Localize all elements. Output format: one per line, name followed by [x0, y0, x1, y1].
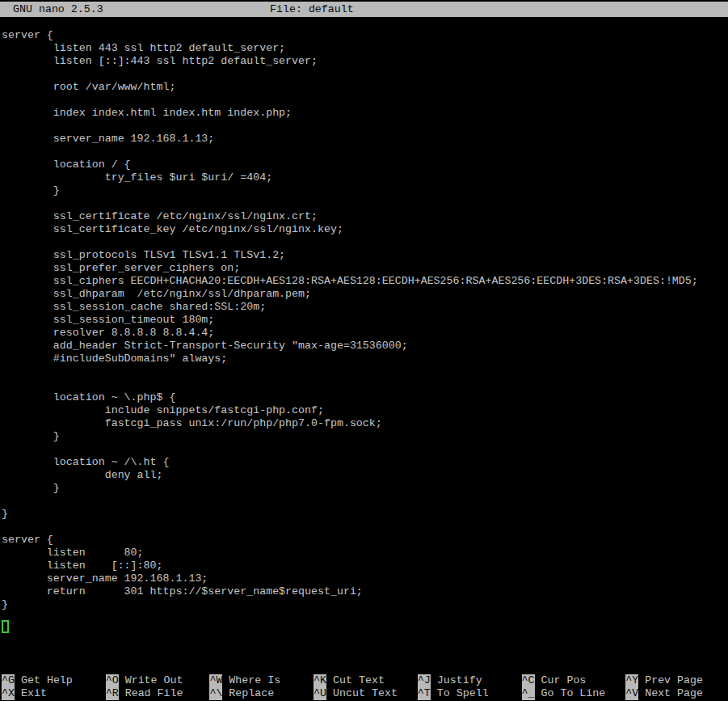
shortcut-replace: ^\ Replace: [209, 687, 274, 700]
editor-line: resolver 8.8.8.8 8.8.4.4;: [0, 327, 728, 340]
shortcut-next-page: ^V Next Page: [625, 687, 703, 700]
shortcut-label: To Spell: [431, 687, 489, 699]
editor-line: location ~ \.php$ {: [0, 391, 728, 404]
shortcut-label: Write Out: [119, 674, 183, 686]
shortcut-key-badge: ^O: [106, 674, 119, 687]
editor-line: ssl_session_timeout 180m;: [0, 314, 728, 327]
shortcut-go-to-line: ^_ Go To Line: [522, 687, 606, 700]
editor-lines: server { listen 443 ssl http2 default_se…: [0, 29, 728, 611]
shortcut-justify: ^J Justify: [418, 674, 482, 687]
editor-line: root /var/www/html;: [0, 81, 728, 94]
shortcut-label: Justify: [431, 674, 482, 686]
editor-line: }: [0, 184, 728, 197]
editor-line: }: [0, 482, 728, 495]
shortcut-cur-pos: ^C Cur Pos: [522, 674, 587, 687]
shortcut-label: Replace: [222, 687, 274, 699]
shortcut-label: Where Is: [222, 674, 280, 686]
shortcut-label: Cut Text: [326, 674, 385, 686]
nano-version: GNU nano 2.5.3: [13, 2, 103, 17]
shortcut-label: Go To Line: [535, 687, 606, 699]
editor-line: index index.html index.htm index.php;: [0, 107, 728, 120]
editor-line: [0, 236, 728, 249]
shortcut-read-file: ^R Read File: [106, 687, 183, 700]
shortcut-bar-row2: ^X Exit^R Read File^\ Replace^U Uncut Te…: [0, 687, 728, 700]
editor-line: [0, 146, 728, 158]
shortcut-label: Exit: [15, 687, 47, 699]
editor-line: server {: [0, 29, 728, 42]
editor-line: try_files $uri $uri/ =404;: [0, 171, 728, 184]
shortcut-to-spell: ^T To Spell: [418, 687, 489, 700]
editor-line: server_name 192.168.1.13;: [0, 133, 728, 146]
shortcut-write-out: ^O Write Out: [106, 674, 183, 687]
shortcut-exit: ^X Exit: [2, 687, 47, 700]
editor-line: [0, 68, 728, 81]
editor-line: [0, 197, 728, 210]
shortcut-label: Uncut Text: [326, 687, 398, 699]
editor-line: server_name 192.168.1.13;: [0, 572, 728, 585]
shortcut-label: Prev Page: [638, 674, 703, 686]
nano-titlebar: GNU nano 2.5.3 File: default: [0, 2, 728, 17]
editor-line: ssl_certificate /etc/nginx/ssl/nginx.crt…: [0, 210, 728, 223]
shortcut-label: Read File: [119, 687, 183, 699]
editor-line: listen 443 ssl http2 default_server;: [0, 42, 728, 55]
shortcut-key-badge: ^V: [625, 687, 638, 700]
editor-line: [0, 443, 728, 456]
file-name: File: default: [270, 2, 354, 17]
editor-line: include snippets/fastcgi-php.conf;: [0, 404, 728, 417]
shortcut-key-badge: ^R: [106, 687, 119, 700]
shortcut-get-help: ^G Get Help: [2, 674, 73, 687]
editor-line: server {: [0, 534, 728, 547]
shortcut-label: Next Page: [638, 687, 703, 699]
editor-line: listen 80;: [0, 547, 728, 560]
shortcut-key-badge: ^T: [418, 687, 431, 700]
editor-line: return 301 https://$server_name$request_…: [0, 585, 728, 598]
editor-line: [0, 495, 728, 508]
editor-line: listen [::]:80;: [0, 560, 728, 572]
shortcut-key-badge: ^U: [314, 687, 326, 700]
editor-line: fastcgi_pass unix:/run/php/php7.0-fpm.so…: [0, 417, 728, 430]
shortcut-uncut-text: ^U Uncut Text: [314, 687, 398, 700]
shortcut-key-badge: ^C: [522, 674, 535, 687]
terminal-window[interactable]: GNU nano 2.5.3 File: default server { li…: [0, 0, 728, 701]
shortcut-key-badge: ^Y: [625, 674, 638, 687]
editor-line: ssl_ciphers EECDH+CHACHA20:EECDH+AES128:…: [0, 275, 728, 288]
editor-line: location / {: [0, 158, 728, 171]
editor-line: location ~ /\.ht {: [0, 456, 728, 469]
editor-line: listen [::]:443 ssl http2 default_server…: [0, 55, 728, 68]
shortcut-label: Get Help: [15, 674, 73, 686]
editor-line: ssl_prefer_server_ciphers on;: [0, 262, 728, 275]
shortcut-key-badge: ^X: [2, 687, 15, 700]
shortcut-prev-page: ^Y Prev Page: [625, 674, 703, 687]
editor-line: deny all;: [0, 469, 728, 482]
shortcut-key-badge: ^K: [314, 674, 326, 687]
shortcut-key-badge: ^G: [2, 674, 15, 687]
terminal-cursor: [2, 620, 9, 633]
editor-line: [0, 94, 728, 107]
shortcut-where-is: ^W Where Is: [209, 674, 280, 687]
shortcut-key-badge: ^\: [209, 687, 222, 700]
shortcut-bar-row1: ^G Get Help^O Write Out^W Where Is^K Cut…: [0, 674, 728, 687]
shortcut-key-badge: ^J: [418, 674, 431, 687]
editor-area[interactable]: server { listen 443 ssl http2 default_se…: [0, 29, 728, 611]
editor-line: ssl_dhparam /etc/nginx/ssl/dhparam.pem;: [0, 288, 728, 301]
shortcut-label: Cur Pos: [535, 674, 587, 686]
shortcut-key-badge: ^_: [522, 687, 535, 700]
shortcut-cut-text: ^K Cut Text: [314, 674, 385, 687]
editor-line: [0, 365, 728, 378]
shortcut-key-badge: ^W: [209, 674, 222, 687]
editor-line: }: [0, 430, 728, 443]
editor-line: }: [0, 508, 728, 521]
editor-line: [0, 378, 728, 391]
editor-line: ssl_protocols TLSv1 TLSv1.1 TLSv1.2;: [0, 249, 728, 262]
editor-line: [0, 120, 728, 133]
editor-line: ssl_certificate_key /etc/nginx/ssl/nginx…: [0, 223, 728, 236]
editor-line: [0, 521, 728, 534]
editor-line: ssl_session_cache shared:SSL:20m;: [0, 301, 728, 314]
editor-line: #includeSubDomains" always;: [0, 353, 728, 365]
editor-line: }: [0, 598, 728, 611]
editor-line: add_header Strict-Transport-Security "ma…: [0, 340, 728, 353]
